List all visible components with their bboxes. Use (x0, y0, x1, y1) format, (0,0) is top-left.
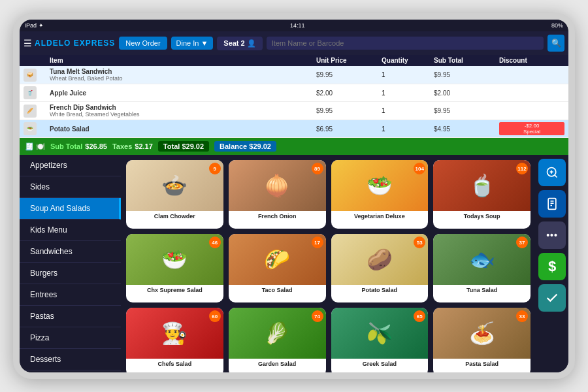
new-order-button[interactable]: New Order (119, 37, 167, 50)
item-count-badge: 112 (516, 163, 528, 174)
row-icon: 🥪 (24, 69, 37, 82)
subtotal-section: Sub Total $26.85 (50, 142, 107, 150)
row-quantity: 1 (382, 71, 434, 78)
table-row[interactable]: 🥤 Apple Juice $2.00 1 $2.00 (20, 84, 568, 102)
more-options-button[interactable]: ••• (538, 221, 566, 249)
sidebar-item-sandwiches[interactable]: Sandwiches (20, 241, 121, 263)
device-screen: iPad ✦ 14:11 80% ☰ ALDELO EXPRESS New Or… (20, 20, 568, 372)
sidebar-item-desserts[interactable]: Desserts (20, 349, 121, 370)
search-input[interactable] (267, 37, 544, 50)
right-action-panel: ••• $ (536, 155, 568, 372)
row-quantity: 1 (382, 125, 434, 133)
menu-item-label: Taco Salad (229, 285, 326, 296)
list-item[interactable]: 🍲 Clam Chowder 9 (126, 160, 223, 229)
row-quantity: 1 (382, 90, 434, 97)
nav-bar: ☰ ALDELO EXPRESS New Order Dine In ▼ Sea… (20, 31, 568, 55)
balance-section: Balance $29.02 (214, 141, 276, 152)
status-time: 14:11 (290, 22, 305, 29)
taxes-value: $2.17 (135, 142, 153, 150)
row-subtotal: $9.95 (434, 71, 499, 78)
ellipsis-icon: ••• (546, 230, 558, 240)
dollar-icon: $ (548, 258, 556, 275)
payment-button[interactable]: $ (538, 253, 566, 280)
item-count-badge: 46 (209, 237, 221, 248)
table-row[interactable]: 🥪 Tuna Melt Sandwich Wheat Bread, Baked … (20, 66, 568, 84)
sidebar: Appetizers Sides Soup And Salads Kids Me… (20, 155, 121, 372)
table-row[interactable]: 🥗 Potato Salad $6.95 1 $4.95 -$2.00Speci… (20, 120, 568, 138)
confirm-button[interactable] (538, 284, 566, 312)
row-icon: 🥗 (24, 122, 37, 135)
list-item[interactable]: 🥔 Potato Salad 53 (331, 234, 429, 302)
row-unit-price: $2.00 (316, 90, 382, 97)
sidebar-item-pizza[interactable]: Pizza (20, 327, 121, 349)
sidebar-item-soup-and-salads[interactable]: Soup And Salads (20, 198, 121, 220)
row-quantity: 1 (382, 107, 434, 114)
list-item[interactable]: 🧅 French Onion 89 (229, 160, 326, 229)
table-row[interactable]: 🥖 French Dip Sandwich White Bread, Steam… (20, 102, 568, 120)
row-subtotal: $9.95 (434, 107, 499, 114)
row-item-name: Tuna Melt Sandwich Wheat Bread, Baked Po… (50, 68, 316, 82)
menu-item-label: Potato Salad (331, 285, 429, 296)
menu-item-label: Pasta Salad (433, 359, 531, 370)
item-count-badge: 9 (209, 163, 221, 174)
search-button[interactable]: 🔍 (547, 35, 564, 52)
row-item-name: Apple Juice (50, 90, 316, 97)
balance-value: $29.02 (249, 142, 271, 150)
svg-line-1 (555, 175, 557, 178)
list-item[interactable]: 🐟 Tuna Salad 37 (433, 234, 531, 302)
search-orders-button[interactable] (538, 159, 566, 186)
dine-in-button[interactable]: Dine In ▼ (171, 37, 214, 50)
list-item[interactable]: 👨‍🍳 Chefs Salad 60 (126, 308, 223, 372)
total-section: Total $29.02 (158, 141, 209, 152)
sidebar-item-kids-menu[interactable]: Kids Menu (20, 220, 121, 241)
list-item[interactable]: 🥗 Chx Supreme Salad 46 (126, 234, 223, 302)
list-item[interactable]: 🍝 Pasta Salad 33 (433, 308, 531, 372)
seat-selector[interactable]: Seat 2 👤 (217, 37, 262, 50)
total-value: $29.02 (182, 142, 204, 150)
item-count-badge: 17 (312, 237, 323, 248)
item-count-badge: 33 (516, 310, 528, 322)
list-item[interactable]: 🍵 Todays Soup 112 (433, 160, 531, 229)
taxes-section: Taxes $2.17 (112, 142, 153, 150)
list-item[interactable]: 🥗 Vegetarian Deluxe 104 (331, 160, 429, 229)
user-icon: 👤 (247, 39, 256, 47)
status-left: iPad ✦ (25, 22, 44, 29)
device-frame: iPad ✦ 14:11 80% ☰ ALDELO EXPRESS New Or… (13, 13, 575, 379)
order-table-header: Item Unit Price Quantity Sub Total Disco… (20, 55, 568, 66)
main-area: Appetizers Sides Soup And Salads Kids Me… (20, 155, 568, 372)
row-unit-price: $9.95 (316, 107, 382, 114)
food-icon: 🍽️ (36, 142, 45, 151)
receipt-icon: 🧾 (25, 142, 34, 151)
menu-item-label: French Onion (229, 211, 326, 222)
hamburger-icon[interactable]: ☰ (24, 38, 32, 48)
row-item-name: Potato Salad (50, 125, 316, 133)
menu-item-label: Todays Soup (433, 211, 531, 222)
row-unit-price: $9.95 (316, 71, 382, 78)
row-icon: 🥤 (24, 86, 37, 99)
menu-item-label: Chx Supreme Salad (126, 285, 223, 296)
list-item[interactable]: 🌮 Taco Salad 17 (229, 234, 326, 302)
sidebar-item-burgers[interactable]: Burgers (20, 263, 121, 284)
view-bill-button[interactable] (538, 190, 566, 218)
col-subtotal: Sub Total (434, 57, 499, 64)
item-count-badge: 74 (312, 310, 323, 322)
sidebar-item-sides[interactable]: Sides (20, 176, 121, 198)
subtotal-value: $26.85 (85, 142, 107, 150)
list-item[interactable]: 🥬 Garden Salad 74 (229, 308, 326, 372)
summary-bar: 🧾 🍽️ Sub Total $26.85 Taxes $2.17 Total … (20, 138, 568, 155)
summary-icons: 🧾 🍽️ (25, 142, 45, 151)
dropdown-arrow-icon: ▼ (201, 39, 208, 47)
row-item-name: French Dip Sandwich White Bread, Steamed… (50, 104, 316, 118)
sidebar-item-appetizers[interactable]: Appetizers (20, 155, 121, 176)
order-table: Item Unit Price Quantity Sub Total Disco… (20, 55, 568, 138)
discount-badge: -$2.00Special (499, 122, 564, 135)
status-right: 80% (551, 22, 563, 29)
menu-item-label: Greek Salad (331, 359, 429, 370)
total-label: Total (163, 142, 180, 150)
sidebar-item-entrees[interactable]: Entrees (20, 284, 121, 306)
row-subtotal: $4.95 (434, 125, 499, 133)
sidebar-item-pastas[interactable]: Pastas (20, 306, 121, 327)
menu-item-label: Vegetarian Deluxe (331, 211, 429, 222)
col-quantity: Quantity (382, 57, 434, 64)
list-item[interactable]: 🫒 Greek Salad 65 (331, 308, 429, 372)
